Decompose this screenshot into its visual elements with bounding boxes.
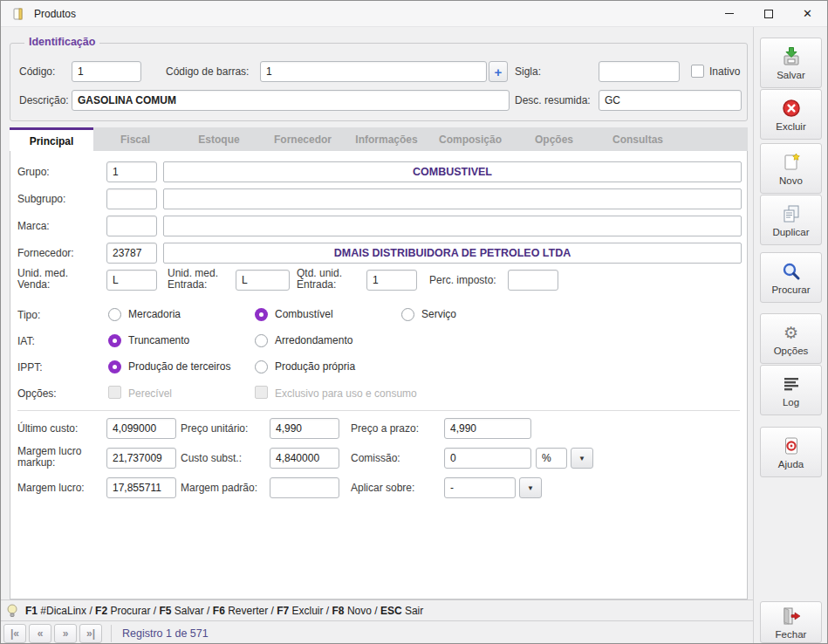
codigo-barras-label: Código de barras:	[166, 65, 249, 78]
section-divider	[17, 410, 740, 411]
fechar-button[interactable]: Fechar	[760, 601, 822, 643]
groupbox-legend: Identificação	[24, 36, 99, 48]
qtd-entrada-input[interactable]	[366, 270, 417, 291]
codigo-input[interactable]	[72, 61, 141, 82]
radio-selected-icon	[108, 360, 121, 373]
radio-truncamento[interactable]: Truncamento	[108, 333, 189, 347]
record-navigation-bar: |« « » »| Registro 1 de 571	[1, 620, 755, 644]
qtd-entrada-label: Qtd. unid. Entrada:	[297, 268, 358, 291]
maximize-button[interactable]	[749, 1, 788, 26]
ultimo-custo-label: Último custo:	[17, 422, 78, 435]
tab-opcoes[interactable]: Opções	[512, 127, 596, 151]
perc-imposto-label: Perc. imposto:	[429, 274, 496, 286]
descricao-input[interactable]	[72, 90, 510, 111]
um-venda-input[interactable]	[106, 270, 157, 291]
minimize-icon	[725, 13, 734, 14]
margem-padrao-input[interactable]	[270, 477, 339, 498]
codigo-barras-input[interactable]	[260, 61, 487, 82]
desc-resumida-input[interactable]	[599, 90, 742, 111]
perc-imposto-input[interactable]	[508, 270, 558, 291]
preco-unitario-label: Preço unitário:	[181, 422, 248, 435]
close-button[interactable]: ✕	[788, 1, 827, 26]
produtos-window: Produtos ✕ Identificação Código: Código …	[0, 0, 828, 644]
sigla-input[interactable]	[599, 61, 680, 82]
novo-button[interactable]: Novo	[760, 143, 822, 194]
radio-combustivel[interactable]: Combustível	[255, 307, 333, 321]
marca-name-display	[163, 216, 742, 236]
title-bar: Produtos ✕	[1, 1, 827, 27]
previous-record-icon: «	[38, 627, 44, 640]
comissao-unit-input[interactable]	[536, 448, 567, 469]
last-record-button[interactable]: »|	[79, 624, 102, 643]
exit-door-icon	[781, 606, 802, 627]
tab-fiscal[interactable]: Fiscal	[93, 127, 177, 151]
tab-composicao[interactable]: Composição	[428, 127, 512, 151]
tab-estoque[interactable]: Estoque	[177, 127, 261, 151]
um-venda-label: Unid. med. Venda:	[17, 268, 79, 291]
log-button[interactable]: Log	[760, 365, 822, 415]
radio-arredondamento[interactable]: Arredondamento	[255, 333, 352, 347]
fornecedor-label: Fornecedor:	[17, 247, 74, 259]
subgrupo-name-display	[163, 188, 742, 209]
radio-producao-terceiros[interactable]: Produção de terceiros	[108, 360, 230, 373]
exclusivo-uso-consumo-label: Exclusivo para uso e consumo	[275, 387, 417, 400]
radio-servico[interactable]: Serviço	[401, 307, 456, 321]
fornecedor-name-display: DMAIS DISTRIBUIDORA DE PETROLEO LTDA	[163, 243, 742, 264]
comissao-unit-dropdown-button[interactable]: ▼	[571, 448, 593, 469]
tab-principal[interactable]: Principal	[10, 127, 93, 152]
aplicar-sobre-input[interactable]	[444, 477, 516, 498]
action-sidebar: Salvar Excluir Novo	[753, 27, 827, 643]
log-lines-icon	[782, 373, 801, 394]
opcoes-button[interactable]: ⚙ Opções	[760, 313, 822, 364]
inativo-checkbox[interactable]	[691, 65, 704, 78]
tipo-label: Tipo:	[17, 309, 40, 321]
salvar-button[interactable]: Salvar	[760, 38, 822, 88]
procurar-button[interactable]: Procurar	[760, 252, 822, 303]
first-record-icon: |«	[10, 627, 19, 640]
margem-markup-label: Margem lucro markup:	[17, 446, 96, 469]
add-barcode-button[interactable]: +	[489, 61, 508, 82]
ultimo-custo-input[interactable]	[106, 418, 176, 439]
product-box-icon	[11, 7, 25, 21]
next-record-button[interactable]: »	[54, 624, 77, 643]
fornecedor-code-input[interactable]	[106, 243, 157, 264]
duplicar-button[interactable]: Duplicar	[760, 195, 822, 245]
previous-record-button[interactable]: «	[29, 624, 51, 643]
radio-selected-icon	[108, 334, 121, 347]
marca-code-input[interactable]	[106, 216, 157, 236]
close-icon: ✕	[803, 7, 812, 20]
tab-fornecedor[interactable]: Fornecedor	[261, 127, 345, 151]
um-entrada-label: Unid. med. Entrada:	[168, 268, 230, 291]
custo-subst-label: Custo subst.:	[181, 452, 242, 464]
radio-mercadoria[interactable]: Mercadoria	[108, 307, 181, 321]
radio-unselected-icon	[401, 308, 414, 321]
duplicate-icon	[781, 203, 802, 224]
radio-producao-propria[interactable]: Produção própria	[255, 360, 355, 373]
descricao-label: Descrição:	[19, 94, 69, 106]
perecivel-checkbox	[108, 386, 121, 399]
minimize-button[interactable]	[709, 1, 749, 26]
plus-icon: +	[495, 65, 503, 79]
custo-subst-input[interactable]	[270, 448, 339, 469]
aplicar-sobre-dropdown-button[interactable]: ▼	[519, 477, 542, 498]
iat-label: IAT:	[17, 335, 35, 347]
um-entrada-input[interactable]	[236, 270, 290, 291]
grupo-code-input[interactable]	[106, 161, 157, 182]
comissao-input[interactable]	[444, 448, 531, 469]
first-record-button[interactable]: |«	[3, 624, 26, 643]
preco-unitario-input[interactable]	[270, 418, 339, 439]
margem-markup-input[interactable]	[106, 448, 176, 469]
ajuda-button[interactable]: Ajuda	[760, 427, 822, 477]
identificacao-groupbox: Identificação Código: Código de barras: …	[10, 43, 748, 121]
excluir-button[interactable]: Excluir	[760, 89, 822, 140]
desc-resumida-label: Desc. resumida:	[515, 94, 591, 106]
chevron-down-icon: ▼	[527, 484, 534, 492]
grupo-label: Grupo:	[17, 166, 50, 178]
tab-informacoes[interactable]: Informações	[345, 127, 428, 151]
subgrupo-code-input[interactable]	[106, 188, 157, 209]
grupo-name-display: COMBUSTIVEL	[163, 161, 742, 182]
new-document-icon	[781, 152, 802, 173]
margem-lucro-input[interactable]	[106, 477, 176, 498]
tab-consultas[interactable]: Consultas	[596, 127, 680, 151]
preco-prazo-input[interactable]	[444, 418, 531, 439]
